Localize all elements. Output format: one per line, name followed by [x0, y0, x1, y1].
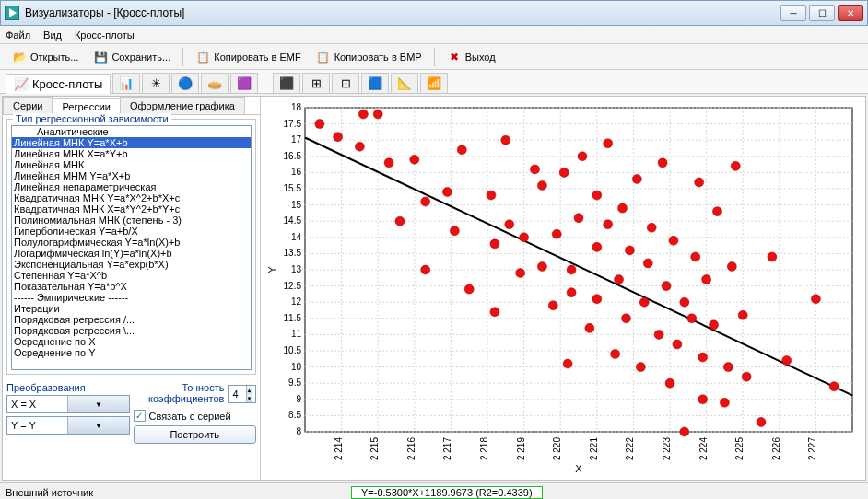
tab-icon-9[interactable]: ⊡ — [332, 73, 359, 93]
build-button[interactable]: Построить — [134, 425, 257, 444]
svg-text:2 218: 2 218 — [479, 437, 489, 460]
maximize-button[interactable]: ☐ — [809, 5, 835, 21]
close-button[interactable]: ✕ — [838, 5, 863, 21]
copy-emf-label: Копировать в EMF — [214, 52, 300, 63]
svg-text:11: 11 — [291, 329, 302, 339]
regression-list[interactable]: ------ Аналитические ------Линейная МНК … — [11, 125, 252, 370]
open-button[interactable]: 📂 Открыть... — [6, 47, 85, 67]
svg-point-104 — [578, 152, 587, 161]
copy-emf-button[interactable]: 📋 Копировать в EMF — [189, 47, 307, 67]
list-item[interactable]: ------ Эмпирические ------ — [12, 292, 251, 303]
svg-point-78 — [384, 158, 393, 168]
tab-icon-12[interactable]: 📶 — [420, 73, 448, 93]
transform-x-value: X = X — [7, 399, 67, 410]
svg-point-112 — [615, 275, 624, 284]
svg-point-77 — [373, 110, 382, 119]
list-item[interactable]: Осреднение по X — [12, 336, 251, 347]
subtab-series[interactable]: Серии — [3, 97, 53, 114]
svg-point-106 — [592, 242, 602, 251]
tab-crossplots[interactable]: 📈 Кросс-плоты — [6, 74, 111, 94]
list-item[interactable]: Показательная Y=a*b^X — [12, 281, 251, 292]
tab-icon-8[interactable]: ⊞ — [302, 73, 330, 93]
menu-crossplots[interactable]: Кросс-плоты — [75, 29, 135, 41]
copy-bmp-button[interactable]: 📋 Копировать в BMP — [310, 47, 428, 67]
tab-icon-4[interactable]: 🔵 — [171, 73, 199, 93]
app-icon — [5, 6, 19, 20]
list-item[interactable]: Осреднение по Y — [12, 347, 251, 358]
precision-spin[interactable]: 4 ▲▼ — [228, 385, 256, 403]
list-item[interactable]: Логарифмическая ln(Y)=a*ln(X)+b — [12, 248, 251, 259]
svg-point-138 — [723, 363, 733, 372]
link-series-checkbox[interactable]: ✓ — [134, 410, 146, 422]
svg-text:13.5: 13.5 — [284, 248, 302, 258]
list-item[interactable]: Квадратичная МНК X=a*Y^2+b*Y+c — [12, 203, 251, 215]
list-item[interactable]: Порядковая регрессия \... — [12, 325, 251, 336]
svg-point-84 — [450, 226, 459, 236]
svg-text:9: 9 — [296, 394, 301, 404]
chart-area: 88.599.51010.51111.51212.51313.51414.515… — [261, 97, 865, 480]
open-label: Открыть... — [30, 52, 78, 63]
list-item[interactable]: Линейная непараметрическая — [12, 181, 251, 192]
open-icon: 📂 — [12, 50, 27, 64]
svg-text:2 217: 2 217 — [442, 437, 452, 460]
svg-point-81 — [421, 197, 430, 206]
menu-file[interactable]: Файл — [6, 29, 30, 41]
spin-up-icon[interactable]: ▲ — [246, 386, 252, 394]
list-item[interactable]: Гиперболическая Y=a+b/X — [12, 226, 251, 237]
svg-text:2 227: 2 227 — [807, 437, 817, 460]
tab-icon-7[interactable]: ⬛ — [273, 73, 300, 93]
tab-icon-3[interactable]: ✳ — [142, 73, 170, 93]
tab-icon-5[interactable]: 🥧 — [201, 73, 229, 93]
link-series-row[interactable]: ✓ Связать с серией — [134, 410, 257, 422]
svg-point-126 — [673, 340, 682, 349]
list-item[interactable]: Итерации — [12, 303, 251, 314]
list-item[interactable]: Линейная МНМ Y=a*X+b — [12, 170, 251, 181]
list-item[interactable]: Линейная МНК — [12, 159, 251, 170]
subtabs: Серии Регрессии Оформление графика — [3, 97, 260, 115]
exit-button[interactable]: ✖ Выход — [440, 47, 502, 67]
svg-point-93 — [520, 233, 529, 242]
exit-label: Выход — [465, 52, 496, 63]
save-icon: 💾 — [93, 50, 108, 64]
chevron-down-icon: ▼ — [67, 396, 128, 412]
svg-point-128 — [680, 427, 689, 436]
transform-x-combo[interactable]: X = X ▼ — [6, 395, 130, 413]
tab-icon-6[interactable]: 🟪 — [230, 73, 258, 93]
svg-point-146 — [811, 295, 820, 304]
minimize-button[interactable]: ─ — [780, 5, 806, 21]
list-item[interactable]: Экспоненциальная Y=a*exp(b*X) — [12, 259, 251, 270]
svg-text:15.5: 15.5 — [284, 183, 302, 193]
svg-point-90 — [501, 135, 510, 145]
svg-text:14.5: 14.5 — [284, 215, 302, 226]
subtab-design[interactable]: Оформление графика — [120, 97, 245, 114]
list-item[interactable]: Квадратичная МНК Y=a*X^2+b*X+c — [12, 192, 251, 203]
precision-label: Точность коэффициентов — [134, 382, 225, 404]
svg-text:13: 13 — [291, 264, 302, 274]
list-item[interactable]: ------ Аналитические ------ — [12, 126, 251, 137]
save-button[interactable]: 💾 Сохранить... — [87, 47, 177, 67]
spin-down-icon[interactable]: ▼ — [246, 394, 252, 402]
menu-view[interactable]: Вид — [43, 29, 62, 41]
svg-point-110 — [604, 139, 613, 148]
svg-point-140 — [731, 161, 740, 170]
status-source: Внешний источник — [6, 487, 93, 498]
tab-icon-2[interactable]: 📊 — [112, 73, 140, 93]
transform-y-combo[interactable]: Y = Y ▼ — [6, 416, 130, 435]
toolbar: 📂 Открыть... 💾 Сохранить... 📋 Копировать… — [0, 44, 868, 70]
svg-point-136 — [712, 207, 721, 216]
svg-point-144 — [768, 252, 777, 261]
svg-point-85 — [457, 145, 466, 155]
svg-point-74 — [334, 133, 343, 142]
list-item[interactable]: Полулогарифмическая Y=a*ln(X)+b — [12, 237, 251, 248]
svg-point-88 — [490, 239, 499, 249]
tab-icon-10[interactable]: 🟦 — [361, 73, 389, 93]
tab-icon-11[interactable]: 📐 — [391, 73, 418, 93]
list-item[interactable]: Степенная Y=a*X^b — [12, 270, 251, 281]
scatter-icon: 📈 — [14, 77, 29, 91]
list-item[interactable]: Линейная МНК Y=a*X+b — [12, 137, 251, 148]
svg-text:15: 15 — [291, 200, 302, 210]
list-item[interactable]: Полиномиальная МНК (степень - 3) — [12, 215, 251, 226]
list-item[interactable]: Линейная МНК X=a*Y+b — [12, 148, 251, 159]
svg-point-96 — [537, 180, 546, 190]
list-item[interactable]: Порядковая регрессия /... — [12, 314, 251, 325]
